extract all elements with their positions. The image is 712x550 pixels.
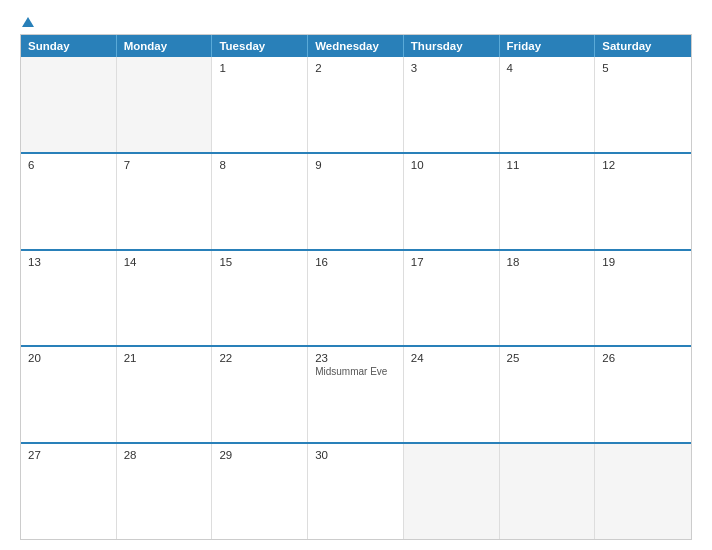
- day-header-saturday: Saturday: [595, 35, 691, 57]
- cal-cell: 12: [595, 154, 691, 249]
- cal-cell: 13: [21, 251, 117, 346]
- logo: [20, 18, 34, 28]
- day-event: Midsummar Eve: [315, 366, 396, 378]
- day-number: 8: [219, 159, 300, 171]
- week-row-1: 12345: [21, 57, 691, 152]
- week-row-5: 27282930: [21, 442, 691, 539]
- header: [20, 18, 692, 28]
- cal-cell: 3: [404, 57, 500, 152]
- day-number: 12: [602, 159, 684, 171]
- day-number: 19: [602, 256, 684, 268]
- day-number: 2: [315, 62, 396, 74]
- day-header-thursday: Thursday: [404, 35, 500, 57]
- calendar-body: 1234567891011121314151617181920212223Mid…: [21, 57, 691, 539]
- calendar: SundayMondayTuesdayWednesdayThursdayFrid…: [20, 34, 692, 540]
- logo-triangle-icon: [22, 17, 34, 27]
- cal-cell: 4: [500, 57, 596, 152]
- day-number: 11: [507, 159, 588, 171]
- day-header-sunday: Sunday: [21, 35, 117, 57]
- cal-cell: [595, 444, 691, 539]
- week-row-2: 6789101112: [21, 152, 691, 249]
- cal-cell: 22: [212, 347, 308, 442]
- day-number: 14: [124, 256, 205, 268]
- cal-cell: [404, 444, 500, 539]
- cal-cell: 15: [212, 251, 308, 346]
- day-number: 23: [315, 352, 396, 364]
- day-number: 13: [28, 256, 109, 268]
- day-number: 3: [411, 62, 492, 74]
- cal-cell: 26: [595, 347, 691, 442]
- cal-cell: 10: [404, 154, 500, 249]
- day-number: 16: [315, 256, 396, 268]
- day-number: 28: [124, 449, 205, 461]
- cal-cell: 20: [21, 347, 117, 442]
- cal-cell: 16: [308, 251, 404, 346]
- cal-cell: 11: [500, 154, 596, 249]
- day-header-tuesday: Tuesday: [212, 35, 308, 57]
- cal-cell: 8: [212, 154, 308, 249]
- day-number: 20: [28, 352, 109, 364]
- calendar-header: SundayMondayTuesdayWednesdayThursdayFrid…: [21, 35, 691, 57]
- day-header-wednesday: Wednesday: [308, 35, 404, 57]
- day-number: 25: [507, 352, 588, 364]
- week-row-3: 13141516171819: [21, 249, 691, 346]
- cal-cell: 14: [117, 251, 213, 346]
- day-header-monday: Monday: [117, 35, 213, 57]
- cal-cell: 28: [117, 444, 213, 539]
- cal-cell: 5: [595, 57, 691, 152]
- cal-cell: 30: [308, 444, 404, 539]
- cal-cell: 17: [404, 251, 500, 346]
- cal-cell: 2: [308, 57, 404, 152]
- cal-cell: 9: [308, 154, 404, 249]
- day-number: 6: [28, 159, 109, 171]
- cal-cell: 6: [21, 154, 117, 249]
- day-number: 17: [411, 256, 492, 268]
- week-row-4: 20212223Midsummar Eve242526: [21, 345, 691, 442]
- day-number: 26: [602, 352, 684, 364]
- cal-cell: 29: [212, 444, 308, 539]
- day-number: 22: [219, 352, 300, 364]
- day-number: 7: [124, 159, 205, 171]
- day-number: 29: [219, 449, 300, 461]
- day-number: 30: [315, 449, 396, 461]
- day-number: 1: [219, 62, 300, 74]
- cal-cell: 19: [595, 251, 691, 346]
- day-number: 4: [507, 62, 588, 74]
- day-number: 18: [507, 256, 588, 268]
- day-number: 21: [124, 352, 205, 364]
- cal-cell: 27: [21, 444, 117, 539]
- cal-cell: 24: [404, 347, 500, 442]
- day-number: 27: [28, 449, 109, 461]
- calendar-page: SundayMondayTuesdayWednesdayThursdayFrid…: [0, 0, 712, 550]
- day-header-friday: Friday: [500, 35, 596, 57]
- cal-cell: [21, 57, 117, 152]
- day-number: 24: [411, 352, 492, 364]
- day-number: 15: [219, 256, 300, 268]
- cal-cell: 7: [117, 154, 213, 249]
- cal-cell: 23Midsummar Eve: [308, 347, 404, 442]
- day-number: 10: [411, 159, 492, 171]
- day-number: 9: [315, 159, 396, 171]
- cal-cell: 1: [212, 57, 308, 152]
- cal-cell: 18: [500, 251, 596, 346]
- cal-cell: 21: [117, 347, 213, 442]
- day-number: 5: [602, 62, 684, 74]
- cal-cell: 25: [500, 347, 596, 442]
- cal-cell: [500, 444, 596, 539]
- cal-cell: [117, 57, 213, 152]
